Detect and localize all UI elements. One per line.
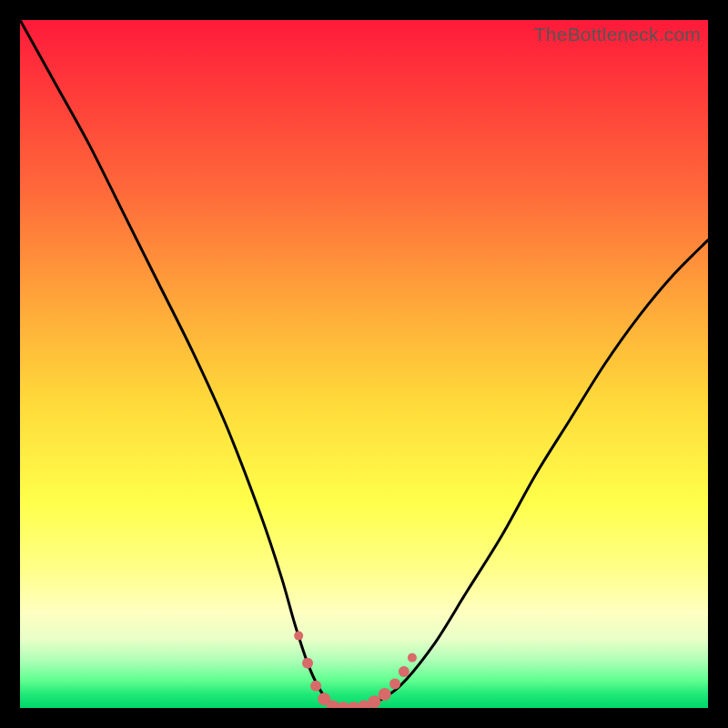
trough-marker xyxy=(408,653,417,662)
plot-area: TheBottleneck.com xyxy=(20,20,708,708)
trough-marker xyxy=(379,688,391,701)
trough-markers xyxy=(294,632,417,708)
trough-marker xyxy=(399,666,410,677)
bottleneck-curve xyxy=(20,20,708,708)
trough-marker xyxy=(368,695,380,708)
chart-svg xyxy=(20,20,708,708)
trough-marker xyxy=(389,679,400,690)
trough-marker xyxy=(310,681,321,692)
chart-container: TheBottleneck.com xyxy=(0,0,728,728)
trough-marker xyxy=(294,632,303,641)
trough-marker xyxy=(302,658,313,669)
